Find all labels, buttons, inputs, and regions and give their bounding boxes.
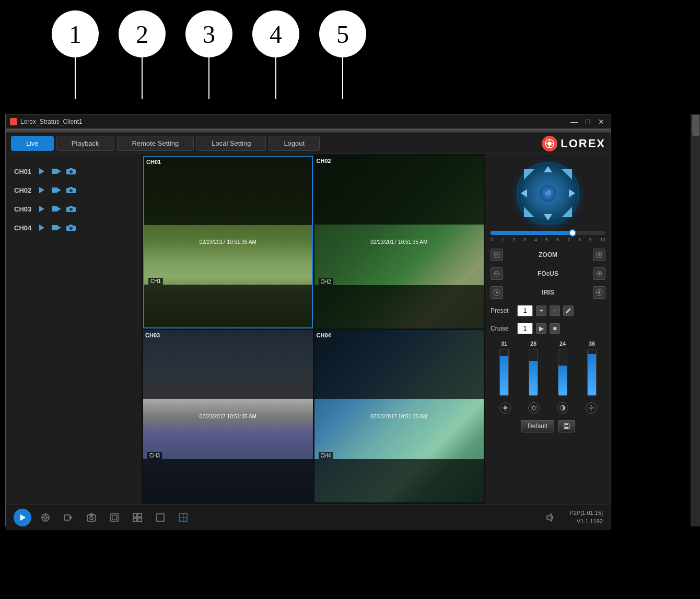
speed-labels: 0 1 2 3 4 5 6 7 8 9 10 [491,237,605,242]
ch02-snapshot-button[interactable] [66,185,76,195]
focus-plus-button[interactable] [593,267,605,280]
zoom-plus-button[interactable] [593,249,605,261]
record-button[interactable] [60,509,77,526]
ch03-record-button[interactable] [51,204,62,214]
slider-group-31: 31 [499,340,509,396]
ch04-play-button[interactable] [37,223,47,232]
ch03-camera-label: CH03 [145,332,160,338]
svg-marker-22 [57,226,61,230]
contrast-icon[interactable] [557,402,568,414]
circle-4-num: 4 [252,10,299,57]
ptz-upright-button[interactable] [562,169,572,180]
circle-1-num: 1 [52,10,99,57]
ptz-right-button[interactable] [569,189,575,197]
camera-cell-ch04[interactable]: CH04 02/23/2017 10:51:35 AM CH4 [314,330,484,503]
camera-cell-ch02[interactable]: CH02 02/23/2017 10:51:35 AM CH2 [314,156,484,328]
tab-live[interactable]: Live [11,136,54,151]
ch02-dark-top [314,156,484,225]
circle-2-num: 2 [119,10,166,57]
svg-point-14 [69,189,73,192]
maximize-button[interactable]: □ [582,116,593,127]
ptz-joystick[interactable]: ↺ [517,162,579,225]
ptz-down-button[interactable] [544,214,552,220]
svg-point-47 [532,406,535,409]
camera-cell-ch03[interactable]: CH03 02/23/2017 10:51:35 AM CH3 [143,330,313,503]
scroll-thumb[interactable] [692,115,699,136]
slider-24-track[interactable] [558,349,567,396]
fullscreen-button[interactable] [106,509,123,526]
preset-remove-button[interactable]: − [550,306,560,316]
ptz-downleft-button[interactable] [524,207,534,217]
save-button[interactable] [558,420,575,432]
ch01-snapshot-button[interactable] [66,167,76,176]
quad-view-button[interactable] [174,509,192,526]
ch04-snapshot-button[interactable] [66,223,76,232]
brightness-icon[interactable] [499,402,511,414]
default-button[interactable]: Default [521,420,554,432]
cruise-play-button[interactable]: ▶ [536,323,546,334]
ptz-center-button[interactable]: ↺ [540,185,556,202]
settings-icon[interactable] [586,402,597,414]
ch02-camera-label: CH02 [317,158,331,164]
svg-rect-74 [133,513,137,517]
ch02-timestamp: 02/23/2017 10:51:35 AM [370,239,427,245]
tab-remote-setting[interactable]: Remote Setting [117,136,194,151]
ch02-dark-bottom [314,285,484,328]
ch03-play-button[interactable] [37,204,47,214]
ch04-record-button[interactable] [51,223,62,232]
scrollbar[interactable] [691,114,700,526]
ptz-up-button[interactable] [544,166,552,172]
play-button[interactable] [14,509,31,526]
cruise-label: Cruise [491,325,514,332]
ch03-snapshot-button[interactable] [66,204,76,214]
tab-logout[interactable]: Logout [269,136,320,151]
zoom-label: ZOOM [506,251,590,259]
preset-edit-button[interactable] [563,306,574,316]
cruise-stop-button[interactable]: ■ [550,323,560,334]
speed-track[interactable] [491,231,605,235]
slider-28-track[interactable] [529,349,538,396]
close-button[interactable]: ✕ [596,116,606,127]
focus-minus-button[interactable] [491,267,503,280]
volume-button[interactable] [541,509,559,526]
camera-icon [66,168,76,175]
svg-point-1 [547,142,552,146]
camera-cell-ch01[interactable]: CH01 02/23/2017 10:51:35 AM CH1 [143,156,313,328]
ch01-record-button[interactable] [51,167,62,176]
ch02-record-button[interactable] [51,185,62,195]
ptz-left-button[interactable] [521,189,527,197]
p2p-version: P2P[1.01.15] [569,509,603,517]
ch03-label: CH03 [14,205,32,213]
ptz-upleft-button[interactable] [524,169,534,180]
speed-thumb[interactable] [569,229,576,237]
grid-button[interactable] [129,509,146,526]
svg-point-19 [69,208,73,211]
ch02-play-button[interactable] [37,185,47,195]
slider-31-track[interactable] [499,349,509,396]
ch01-badge: CH1 [148,278,163,285]
preset-add-button[interactable]: + [536,306,546,316]
tab-playback[interactable]: Playback [56,136,114,151]
save-icon [563,422,570,430]
iris-control-row: IRIS [491,286,605,299]
focus-control-row: FOcUS [491,267,605,280]
iris-plus-button[interactable] [593,286,605,299]
window-title: Lorex_Stratus_Client1 [20,118,83,125]
iris-minus-button[interactable] [491,286,503,299]
single-view-button[interactable] [151,509,169,526]
zoom-minus-button[interactable] [491,249,503,261]
sun-icon[interactable] [528,402,540,414]
camera-icon [66,205,76,213]
config-button[interactable] [37,509,54,526]
slider-36-track[interactable] [587,349,597,396]
svg-rect-75 [138,513,142,517]
minimize-button[interactable]: — [569,116,579,127]
nav-bar: Live Playback Remote Setting Local Setti… [6,133,611,154]
ch01-play-button[interactable] [37,167,47,176]
svg-point-37 [496,291,498,293]
ptz-downright-button[interactable] [562,207,572,217]
circle-3: 3 [185,10,232,99]
tab-local-setting[interactable]: Local Setting [196,136,266,151]
svg-line-52 [531,406,532,407]
snapshot-button[interactable] [83,509,100,526]
